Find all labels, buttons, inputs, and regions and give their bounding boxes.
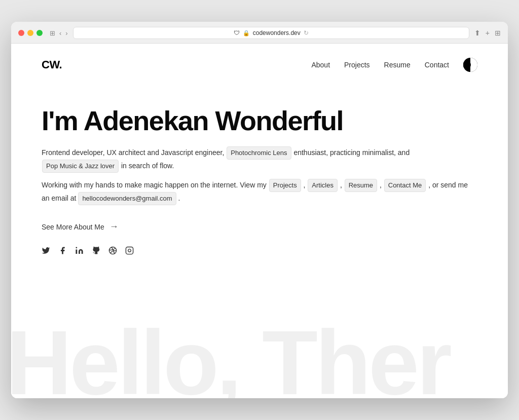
hero-description-2: Working with my hands to make magic happ… xyxy=(42,179,477,205)
social-links xyxy=(42,246,477,257)
tag-articles[interactable]: Articles xyxy=(308,179,338,192)
see-more-text: See More About Me xyxy=(42,223,104,231)
nav-item-resume[interactable]: Resume xyxy=(384,60,411,69)
svg-point-0 xyxy=(76,247,77,248)
svg-rect-2 xyxy=(126,247,133,254)
twitter-icon[interactable] xyxy=(42,246,50,257)
maximize-button[interactable] xyxy=(36,30,43,36)
linkedin-icon[interactable] xyxy=(75,246,84,257)
browser-toolbar: ⊞ ‹ › xyxy=(50,29,68,37)
comma3: , xyxy=(380,181,382,189)
theme-toggle-button[interactable] xyxy=(463,58,477,72)
traffic-lights xyxy=(18,30,43,36)
hero-section: I'm Adenekan Wonderful Frontend develope… xyxy=(11,86,508,272)
site-nav: CW. About Projects Resume Contact xyxy=(11,44,508,86)
hero-desc-mid: enthusiast, practicing minimalist, and xyxy=(293,148,410,157)
sidebar-toggle-icon[interactable]: ⊞ xyxy=(50,29,55,37)
minimize-button[interactable] xyxy=(27,30,33,36)
reload-icon[interactable]: ↻ xyxy=(304,29,309,36)
facebook-icon[interactable] xyxy=(58,246,67,257)
background-text: Hello, Ther xyxy=(11,317,450,398)
back-icon[interactable]: ‹ xyxy=(59,29,61,37)
see-more-link[interactable]: See More About Me → xyxy=(42,221,477,232)
tag-photochromic[interactable]: Photochromic Lens xyxy=(227,146,291,160)
lock-icon: 🔒 xyxy=(243,30,250,36)
url-text: codewonders.dev xyxy=(253,29,301,36)
tag-music[interactable]: Pop Music & Jazz lover xyxy=(42,160,119,173)
security-icon: 🛡 xyxy=(234,29,240,36)
instagram-icon[interactable] xyxy=(125,246,134,257)
share-button[interactable]: ⬆ xyxy=(474,29,480,37)
nav-link-projects[interactable]: Projects xyxy=(344,61,370,69)
hero-desc2-email-prefix: an email at xyxy=(42,194,76,202)
new-tab-button[interactable]: + xyxy=(486,29,490,37)
period: . xyxy=(178,194,180,202)
nav-item-about[interactable]: About xyxy=(311,60,330,69)
nav-link-contact[interactable]: Contact xyxy=(425,61,449,69)
site-logo[interactable]: CW. xyxy=(42,58,62,71)
site-content: CW. About Projects Resume Contact xyxy=(11,44,508,398)
browser-chrome: ⊞ ‹ › 🛡 🔒 codewonders.dev ↻ ⬆ + ⊞ xyxy=(11,22,508,44)
theme-toggle-item[interactable] xyxy=(463,58,477,72)
hero-description-1: Frontend developer, UX architect and Jav… xyxy=(42,146,477,173)
comma1: , xyxy=(304,181,306,189)
tag-projects[interactable]: Projects xyxy=(269,179,301,192)
nav-item-contact[interactable]: Contact xyxy=(425,60,449,69)
browser-window: ⊞ ‹ › 🛡 🔒 codewonders.dev ↻ ⬆ + ⊞ CW. Ab… xyxy=(11,22,508,398)
hero-desc-prefix: Frontend developer, UX architect and Jav… xyxy=(42,148,224,157)
comma2: , xyxy=(340,181,342,189)
hero-desc2-prefix: Working with my hands to make magic happ… xyxy=(42,181,267,189)
address-bar[interactable]: 🛡 🔒 codewonders.dev ↻ xyxy=(73,27,469,39)
browser-actions: ⬆ + ⊞ xyxy=(474,29,501,37)
hero-desc-end: in search of flow. xyxy=(121,162,174,170)
arrow-icon: → xyxy=(109,221,119,232)
nav-link-about[interactable]: About xyxy=(311,61,330,69)
tag-contact-me[interactable]: Contact Me xyxy=(384,179,426,192)
close-button[interactable] xyxy=(18,30,24,36)
nav-link-resume[interactable]: Resume xyxy=(384,61,411,69)
forward-icon[interactable]: › xyxy=(65,29,67,37)
email-tag[interactable]: hellocodewonders@gmail.com xyxy=(78,192,176,205)
nav-item-projects[interactable]: Projects xyxy=(344,60,370,69)
hero-desc2-mid: , or send me xyxy=(428,181,468,189)
github-icon[interactable] xyxy=(92,246,100,257)
nav-links: About Projects Resume Contact xyxy=(311,58,477,72)
hero-title: I'm Adenekan Wonderful xyxy=(42,106,477,135)
dribbble-icon[interactable] xyxy=(108,246,117,257)
tab-grid-button[interactable]: ⊞ xyxy=(495,29,501,37)
tag-resume[interactable]: Resume xyxy=(345,179,377,192)
